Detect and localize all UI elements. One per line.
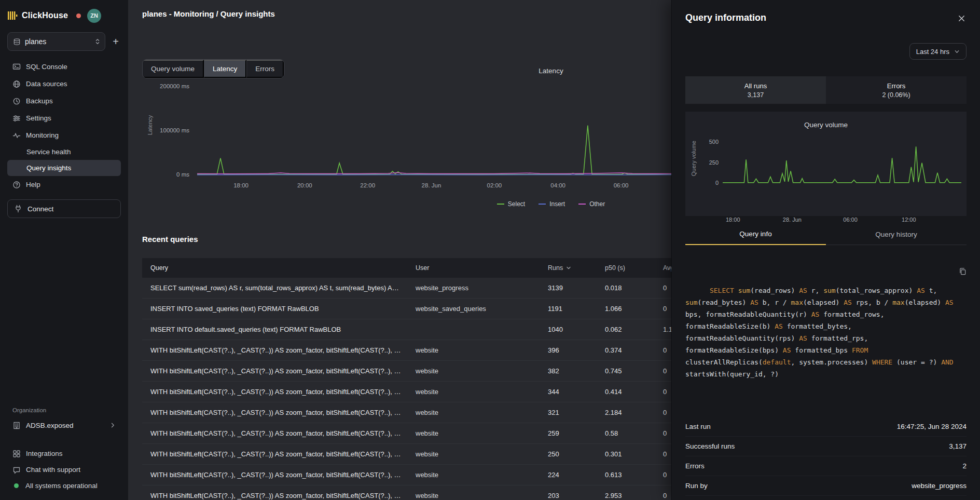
chart-plot-area[interactable] <box>723 138 961 183</box>
sidebar-item-chat-support[interactable]: Chat with support <box>7 462 121 478</box>
x-tick-label: 06:00 <box>614 182 629 188</box>
sidebar-item-data-sources[interactable]: Data sources <box>7 75 121 92</box>
legend-item[interactable]: Other <box>578 200 605 208</box>
query-information-panel: Query information Last 24 hrs All runs 3… <box>671 0 980 500</box>
x-tick-label: 28. Jun <box>422 182 441 188</box>
table-cell: 224 <box>542 471 599 479</box>
sidebar-item-backups[interactable]: Backups <box>7 92 121 110</box>
sidebar-item-system-status[interactable]: All systems operational <box>7 478 121 494</box>
table-cell: 382 <box>542 367 599 375</box>
legend-swatch-icon <box>497 204 504 205</box>
sql-token: default <box>763 358 791 366</box>
sidebar-item-service-health[interactable]: Service health <box>7 144 121 160</box>
table-cell: 0.062 <box>599 326 657 333</box>
sql-token: (total_rows_approx) <box>836 287 917 294</box>
sidebar-item-query-insights[interactable]: Query insights <box>7 160 121 176</box>
copy-icon[interactable] <box>943 260 967 285</box>
avatar[interactable]: ZN <box>87 9 101 23</box>
sql-token: max <box>791 299 803 306</box>
y-axis-ticks: 0 ms100000 ms200000 ms <box>150 76 189 175</box>
time-range-select[interactable]: Last 24 hrs <box>909 43 967 60</box>
plug-icon <box>14 205 22 213</box>
y-tick-label: 100000 ms <box>160 127 189 133</box>
tab-query-history[interactable]: Query history <box>826 225 967 245</box>
add-service-button[interactable]: + <box>111 36 121 47</box>
stat-label: All runs <box>744 82 767 90</box>
sql-token: AS <box>775 322 786 330</box>
table-cell: 250 <box>542 450 599 458</box>
service-row: planes + <box>7 32 121 51</box>
stat-label: Errors <box>887 82 905 90</box>
legend-item[interactable]: Select <box>497 200 525 208</box>
chevron-down-icon <box>954 49 960 55</box>
x-tick-label: 02:00 <box>487 182 502 188</box>
detail-row: Last run16:47:25, Jun 28 2024 <box>685 417 967 437</box>
sql-token: AS <box>844 299 855 306</box>
brand-name: ClickHouse <box>22 11 68 20</box>
sql-token: AS <box>811 310 823 318</box>
close-icon[interactable] <box>958 15 965 24</box>
connect-button[interactable]: Connect <box>7 199 121 218</box>
tab-query-volume[interactable]: Query volume <box>143 60 204 78</box>
mini-chart-title: Query volume <box>685 121 967 129</box>
stat-tab-errors[interactable]: Errors 2 (0.06%) <box>826 76 967 104</box>
table-cell: 344 <box>542 388 599 396</box>
detail-label: Run by <box>685 482 708 490</box>
table-cell: 0.374 <box>599 346 657 354</box>
column-header-p50[interactable]: p50 (s) <box>599 264 657 272</box>
panel-title: Query information <box>685 12 967 23</box>
sidebar-item-help[interactable]: Help <box>7 176 121 193</box>
pulse-icon <box>12 131 21 140</box>
legend-swatch-icon <box>539 204 546 205</box>
clickhouse-logo-icon <box>7 10 18 21</box>
terminal-icon <box>12 63 21 71</box>
stat-tab-all-runs[interactable]: All runs 3,137 <box>685 76 826 104</box>
app-window: ClickHouse ZN planes + SQL Console Data … <box>0 0 980 500</box>
legend-label: Insert <box>549 200 565 208</box>
sidebar-item-integrations[interactable]: Integrations <box>7 445 121 462</box>
legend-item[interactable]: Insert <box>539 200 565 208</box>
sql-token: sum <box>738 287 750 294</box>
legend-swatch-icon <box>578 204 586 205</box>
table-cell: website <box>409 367 542 375</box>
y-axis-label: Query volume <box>691 138 697 179</box>
x-tick-label: 28. Jun <box>783 217 802 223</box>
connect-label: Connect <box>27 205 53 213</box>
y-tick-label: 250 <box>709 159 719 166</box>
sql-token: sum <box>685 299 697 306</box>
tab-query-info[interactable]: Query info <box>685 225 826 245</box>
table-cell: 1040 <box>542 326 599 333</box>
notification-dot <box>76 13 81 18</box>
sidebar-item-monitoring[interactable]: Monitoring <box>7 127 121 144</box>
column-header-user[interactable]: User <box>409 264 542 272</box>
x-tick-label: 18:00 <box>233 182 249 188</box>
grid-icon <box>12 450 21 458</box>
selector-updown-icon <box>94 37 101 46</box>
sql-token: SELECT <box>710 287 738 294</box>
y-tick-label: 500 <box>709 139 719 145</box>
table-cell: website <box>409 492 542 499</box>
organization-item[interactable]: ADSB.exposed <box>7 416 121 434</box>
globe-icon <box>12 80 21 88</box>
sidebar: ClickHouse ZN planes + SQL Console Data … <box>0 0 128 500</box>
sql-token: FROM <box>852 346 872 354</box>
x-tick-label: 18:00 <box>726 217 740 223</box>
sidebar-item-settings[interactable]: Settings <box>7 110 121 127</box>
service-selector[interactable]: planes <box>7 32 105 51</box>
organization-label: Organization <box>12 407 116 413</box>
column-header-runs[interactable]: Runs <box>542 264 599 272</box>
x-tick-label: 06:00 <box>843 217 858 223</box>
sql-token: WHERE <box>872 358 896 366</box>
detail-label: Successful runs <box>685 442 735 450</box>
sql-token: (elapsed) <box>905 299 945 306</box>
sidebar-item-label: Service health <box>26 148 71 156</box>
sort-caret-icon <box>566 265 571 271</box>
sql-token: AND <box>941 358 957 366</box>
stat-value: 2 (0.06%) <box>882 91 910 99</box>
table-cell: website <box>409 450 542 458</box>
sql-block: SELECT sum(read_rows) AS r, sum(total_ro… <box>685 261 967 392</box>
sidebar-item-sql-console[interactable]: SQL Console <box>7 58 121 75</box>
sql-token: (read_rows) <box>750 287 799 294</box>
column-header-query[interactable]: Query <box>142 264 409 272</box>
table-cell: website <box>409 471 542 479</box>
